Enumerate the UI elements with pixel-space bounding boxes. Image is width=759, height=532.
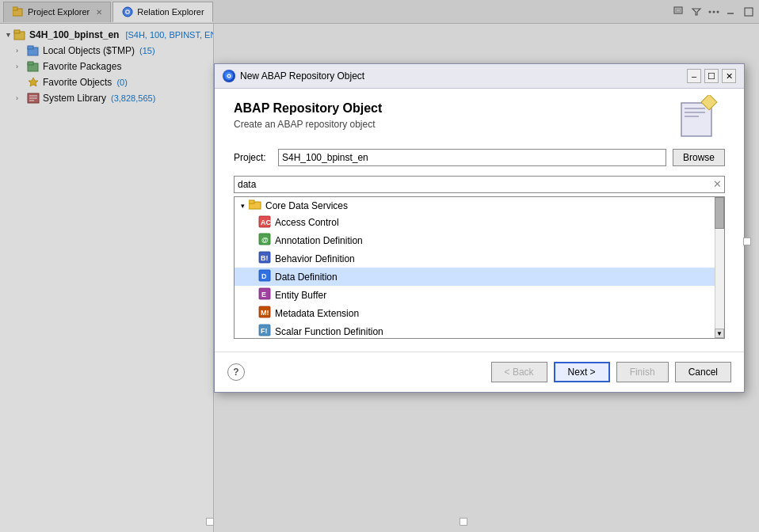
- resize-handle-center[interactable]: [460, 518, 467, 526]
- data-definition-icon: D: [258, 269, 271, 284]
- svg-text:B!: B!: [261, 254, 269, 262]
- search-row: ✕: [234, 176, 725, 193]
- tree-item-scalar-function-definition-label: Scalar Function Definition: [275, 326, 383, 337]
- svg-rect-29: [685, 116, 699, 117]
- modal-heading: ABAP Repository Object: [234, 101, 725, 116]
- tree-root-cds-label: Core Data Services: [265, 200, 348, 211]
- modal-titlebar-buttons: – ☐ ✕: [687, 69, 736, 83]
- modal-body: ABAP Repository Object Create an ABAP re…: [215, 89, 744, 352]
- help-button[interactable]: ?: [227, 363, 245, 381]
- svg-rect-32: [249, 200, 254, 203]
- modal-tree-scrollbar: ▲ ▼: [715, 197, 724, 338]
- cds-expand-arrow: ▾: [241, 202, 245, 210]
- svg-rect-28: [685, 112, 705, 113]
- modal-dialog: New ABAP Repository Object – ☐ ✕ ABAP Re…: [214, 63, 745, 393]
- svg-text:D: D: [261, 272, 267, 280]
- browse-button[interactable]: Browse: [673, 149, 725, 166]
- project-row: Project: Browse: [234, 149, 725, 166]
- tree-item-access-control-label: Access Control: [275, 217, 339, 228]
- scroll-thumb[interactable]: [715, 197, 724, 229]
- project-input[interactable]: [278, 149, 666, 166]
- search-input[interactable]: [234, 176, 725, 193]
- svg-text:E: E: [261, 291, 266, 298]
- svg-text:@: @: [261, 236, 269, 244]
- modal-close-button[interactable]: ✕: [722, 69, 736, 83]
- tree-item-scalar-function-definition[interactable]: F! Scalar Function Definition: [235, 322, 724, 339]
- modal-restore-button[interactable]: ☐: [704, 69, 719, 83]
- ide-container: Project Explorer ✕ Relation Explorer: [0, 0, 759, 532]
- tree-item-entity-buffer[interactable]: E Entity Buffer: [235, 286, 724, 304]
- tree-item-metadata-extension-label: Metadata Extension: [275, 308, 359, 319]
- modal-footer: ? < Back Next > Finish Cancel: [215, 352, 744, 392]
- scroll-down-button[interactable]: ▼: [715, 329, 724, 338]
- modal-tree: ▾ Core Data Services: [234, 196, 725, 339]
- modal-overlay: New ABAP Repository Object – ☐ ✕ ABAP Re…: [0, 0, 759, 532]
- next-button[interactable]: Next >: [554, 362, 610, 382]
- tree-item-behavior-definition-label: Behavior Definition: [275, 253, 355, 264]
- metadata-extension-icon: M!: [258, 306, 271, 321]
- back-button[interactable]: < Back: [491, 362, 547, 382]
- cancel-button[interactable]: Cancel: [675, 362, 731, 382]
- tree-item-data-definition[interactable]: D Data Definition: [235, 268, 724, 286]
- resize-handle-right[interactable]: [743, 238, 751, 245]
- modal-minimize-button[interactable]: –: [687, 69, 701, 83]
- modal-subheading: Create an ABAP repository object: [234, 119, 725, 130]
- tree-item-behavior-definition[interactable]: B! Behavior Definition: [235, 249, 724, 268]
- tree-root-cds[interactable]: ▾ Core Data Services: [235, 197, 724, 214]
- svg-point-25: [228, 75, 230, 77]
- svg-text:M!: M!: [261, 309, 269, 317]
- tree-item-annotation-definition[interactable]: @ Annotation Definition: [235, 231, 724, 249]
- search-clear-button[interactable]: ✕: [713, 178, 722, 190]
- svg-text:AC: AC: [261, 218, 271, 226]
- tree-item-entity-buffer-label: Entity Buffer: [275, 290, 326, 301]
- tree-item-annotation-definition-label: Annotation Definition: [275, 235, 363, 246]
- annotation-definition-icon: @: [258, 233, 271, 248]
- finish-button[interactable]: Finish: [616, 362, 669, 382]
- modal-titlebar-left: New ABAP Repository Object: [223, 70, 364, 82]
- scalar-function-definition-icon: F!: [258, 324, 271, 339]
- svg-rect-27: [685, 108, 705, 109]
- modal-titlebar: New ABAP Repository Object – ☐ ✕: [215, 64, 744, 89]
- modal-decorative-icon: [673, 95, 725, 139]
- access-control-icon: AC: [258, 215, 271, 230]
- cds-folder-icon: [249, 199, 261, 212]
- behavior-definition-icon: B!: [258, 251, 271, 266]
- modal-titlebar-icon: [223, 70, 235, 82]
- modal-title: New ABAP Repository Object: [240, 70, 364, 82]
- svg-text:F!: F!: [261, 327, 268, 335]
- entity-buffer-icon: E: [258, 287, 271, 302]
- tree-item-metadata-extension[interactable]: M! Metadata Extension: [235, 304, 724, 322]
- resize-handle-left[interactable]: [206, 518, 214, 526]
- tree-item-data-definition-label: Data Definition: [275, 272, 338, 283]
- project-label: Project:: [234, 152, 272, 163]
- tree-item-access-control[interactable]: AC Access Control: [235, 214, 724, 231]
